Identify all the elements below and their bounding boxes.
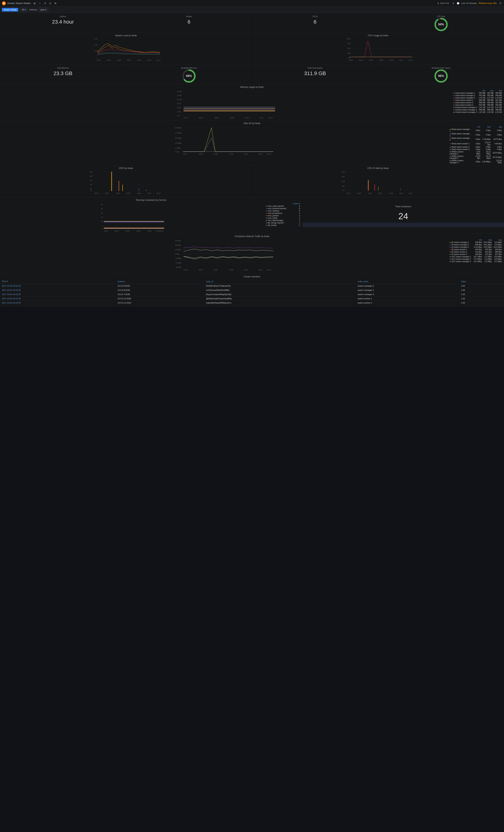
list-item: mon_alertmanager 1: [265, 219, 301, 222]
total-containers-value: 24: [398, 211, 408, 221]
svg-text:18:04: 18:04: [199, 269, 203, 271]
svg-text:20 MBps: 20 MBps: [175, 132, 182, 134]
svg-text:18:10: 18:10: [148, 230, 152, 232]
svg-text:0: 0: [91, 190, 91, 192]
star-icon[interactable]: ☆: [38, 1, 42, 5]
zoom-out-button[interactable]: ❮ ❮ Zoom OutZoom Out: [436, 2, 450, 5]
svg-rect-103: [122, 185, 123, 191]
list-item: IN swarm-manager-2 899 Bps 24.6 kBps 6.6…: [449, 243, 503, 246]
stat-row-2: Total Memory 23.3 GB Available Memory 66…: [0, 64, 504, 84]
cpu-idle-gauge: 94%: [381, 19, 501, 30]
settings-icon[interactable]: ⚙: [54, 1, 57, 5]
svg-text:18:14: 18:14: [408, 59, 413, 61]
column-header[interactable]: instance: [116, 279, 204, 284]
cell-instance: 10.0.0.9:9100: [116, 284, 204, 288]
legend-avg: -8.8 kBps: [493, 256, 503, 258]
legend-min: -19.7 kBps: [472, 256, 483, 258]
svg-text:30: 30: [101, 204, 103, 205]
legend-max: -1.6 kBps: [483, 258, 493, 260]
list-item: Used swarm-worker-3 902 MB 906 MB 904 MB: [452, 104, 503, 106]
refresh-icon[interactable]: ↺: [43, 1, 47, 5]
legend-min: 899 Bps: [472, 243, 483, 246]
list-item: IN swarm-worker-3 406 Bps 673 Bps 537 Bp…: [449, 253, 503, 256]
column-header[interactable]: node_name: [356, 279, 459, 284]
memory-usage-content: 15 GB 13 GB 10 GB 8 GB 5 GB 3 GB 0 B: [0, 89, 504, 121]
legend-avg: 948 MB: [494, 94, 503, 97]
memory-usage-title: Memory usage by Node: [0, 84, 504, 89]
iops-svg: 125 100 75 50 25 0 18:02 18:04: [2, 170, 250, 196]
legend-max: 20.4 kBps: [483, 241, 493, 243]
column-header[interactable]: Value: [459, 279, 504, 284]
disk-max-header: max: [481, 126, 491, 128]
svg-text:5%: 5%: [342, 185, 345, 187]
legend-min: -19.3 kBps: [472, 260, 483, 263]
legend-label: OUT swarm-manager-3: [449, 260, 472, 263]
legend-label: IN swarm-manager-3: [449, 246, 472, 248]
service-label: mon_node-exporter: [265, 205, 291, 207]
disk-io-section: Disk I/O by Node 25 MBps 20 MBps 15 MBps…: [0, 121, 504, 165]
svg-text:0%: 0%: [342, 189, 345, 191]
cell-value: 1.00: [459, 296, 504, 301]
legend-min: 936 Bps: [472, 241, 483, 243]
svg-text:75%: 75%: [347, 43, 351, 45]
svg-text:0.05: 0.05: [95, 50, 98, 52]
cell-instance: 10.0.0.11:9100: [116, 301, 204, 305]
grid-icon[interactable]: ⊞: [33, 1, 36, 5]
all-dropdown[interactable]: All ▾: [20, 8, 28, 12]
list-item: mon_grafana 1: [265, 214, 301, 217]
legend-label: Cached swarm-manager-1: [452, 106, 478, 109]
svg-text:18:06: 18:06: [369, 59, 373, 61]
svg-text:5: 5: [101, 225, 102, 227]
running-containers-content: 30 25 20 15 10 5 0: [0, 202, 302, 233]
svg-text:8 GB: 8 GB: [177, 103, 181, 105]
legend-label: Used swarm-manager-3: [452, 97, 478, 99]
nodes-label: Nodes: [129, 15, 249, 18]
svg-text:18:14: 18:14: [156, 192, 161, 194]
nodes-value: 6: [129, 19, 249, 25]
share-icon[interactable]: ⊙: [48, 1, 52, 5]
refresh-btn[interactable]: ↺: [499, 1, 502, 5]
legend-label: Used swarm-worker-3: [452, 104, 478, 106]
list-item: OUT swarm-manager-1 -19.7 kBps -2.2 kBps…: [449, 256, 503, 258]
legend-max: 0 Bps: [481, 148, 491, 151]
svg-text:18:04: 18:04: [357, 192, 361, 194]
svg-text:18:08: 18:08: [229, 269, 233, 271]
service-current: 1: [291, 224, 301, 227]
cpu-iowait-svg: 20% 15% 10% 5% 0% 18:02 18:04 18:06 18:0…: [254, 170, 502, 196]
legend-avg: 941 MB: [494, 99, 503, 101]
svg-text:18:04: 18:04: [107, 59, 111, 61]
swarm-node-tab[interactable]: Swarm Node: [2, 8, 18, 11]
table-row: 2017-10-04 18:15:35 10.0.0.12:9100 g8ekl…: [0, 296, 504, 301]
list-item: IN swarm-manager-1 936 Bps 20.4 kBps 6.9…: [449, 241, 503, 243]
avail-mem-value: 66%: [186, 74, 192, 78]
svg-text:10 kbps: 10 kbps: [175, 249, 181, 251]
column-header[interactable]: node_id: [204, 279, 356, 284]
legend-max: 906 MB: [486, 104, 494, 106]
cell-value: 1.00: [459, 284, 504, 288]
avail-disk-value: 96%: [438, 74, 444, 78]
column-header[interactable]: Time ▾: [0, 279, 116, 284]
legend-max: 1.41 GB: [486, 106, 494, 109]
nodes-card: Nodes 6: [126, 13, 252, 32]
legend-label: IN swarm-worker-2: [449, 251, 472, 253]
legend-min: 406 Bps: [472, 253, 483, 256]
cpus-card: CPUs 6: [252, 13, 378, 32]
cpu-idle-value: 94%: [438, 23, 444, 26]
cell-node-id: urc5j7qrsaz8fw4fnfm9lf8ts: [204, 288, 356, 292]
cell-time: 2017-10-04 18:15:35: [0, 284, 116, 288]
service-current: 1: [291, 212, 301, 214]
auto-dropdown[interactable]: auto ▾: [38, 8, 48, 12]
service-label: mon_cadvisor: [265, 210, 291, 212]
legend-label: IN swarm-manager-2: [449, 243, 472, 246]
zoom-in-button[interactable]: ❯: [452, 2, 455, 5]
legend-max: 24.6 kBps: [483, 243, 493, 246]
cell-time: 2017-10-04 18:15:35: [0, 292, 116, 296]
interval-label: Interval: [29, 8, 36, 11]
cell-time: 2017-10-04 18:15:35: [0, 288, 116, 292]
legend-label: Written swarm-manager-3: [449, 159, 472, 164]
service-label: mon_caddy: [265, 217, 291, 219]
svg-text:25: 25: [101, 208, 103, 210]
running-containers-chart: 30 25 20 15 10 5 0: [1, 203, 264, 232]
list-item: Cached swarm-manager-2 986 MB 986 MB 986…: [452, 109, 503, 111]
svg-text:18:02: 18:02: [183, 153, 187, 155]
